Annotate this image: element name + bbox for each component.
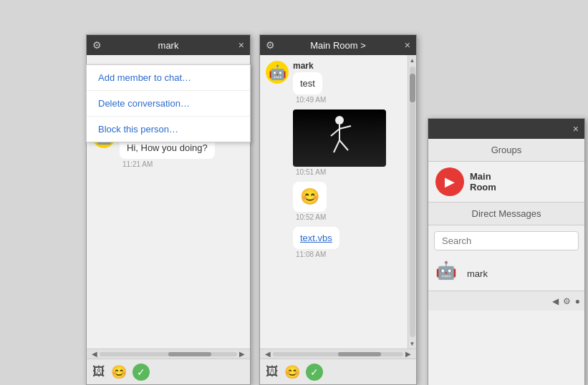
svg-line-2 xyxy=(331,129,339,136)
main-room-messages: 🤖 mark test 10:49 AM xyxy=(260,55,408,349)
scroll-right-arrow[interactable]: ▶ xyxy=(403,350,413,358)
play-button[interactable]: ▶ xyxy=(435,167,464,196)
context-menu: Add member to chat… Delete conversation…… xyxy=(86,64,251,142)
groups-close-icon[interactable]: × xyxy=(573,124,579,134)
message-time: 11:08 AM xyxy=(293,250,402,258)
main-room-send-button[interactable]: ✓ xyxy=(306,364,323,381)
message-time: 10:49 AM xyxy=(293,96,402,104)
dm-username: mark xyxy=(467,268,488,279)
message-content: 😊 10:52 AM xyxy=(293,182,402,221)
svg-line-3 xyxy=(339,126,351,129)
message-content: mark test 10:49 AM xyxy=(293,61,402,104)
scroll-left-arrow[interactable]: ◀ xyxy=(263,350,273,358)
main-room-image-icon[interactable]: 🖼 xyxy=(266,364,279,379)
nav-prev[interactable]: ◀ xyxy=(552,296,559,306)
dm-section: Direct Messages 🤖 mark xyxy=(428,202,584,291)
groups-window: × Groups ▶ Main Room Direct Messages 🤖 m… xyxy=(428,118,585,385)
scroll-down-arrow[interactable]: ▼ xyxy=(408,338,417,349)
close-icon[interactable]: × xyxy=(238,40,244,50)
chat-toolbar: 🖼 😊 ✓ xyxy=(87,359,250,384)
groups-bottom-nav: ◀ ⚙ ● xyxy=(428,291,584,311)
scroll-up-arrow[interactable]: ▲ xyxy=(408,55,417,65)
main-room-scroll-container: 🤖 mark test 10:49 AM xyxy=(260,55,416,349)
scroll-left-arrow[interactable]: ◀ xyxy=(90,350,100,358)
message-time: 11:21 AM xyxy=(120,160,244,168)
avatar: 🤖 xyxy=(266,61,289,84)
add-member-item[interactable]: Add member to chat… xyxy=(87,65,250,91)
main-room-title: Main Room > xyxy=(294,40,382,51)
svg-point-0 xyxy=(335,116,344,125)
message-content: text.vbs 11:08 AM xyxy=(293,227,402,258)
groups-titlebar: × xyxy=(428,119,584,139)
scroll-right-arrow[interactable]: ▶ xyxy=(237,350,247,358)
message-bubble: test xyxy=(293,72,322,94)
main-room-emoji-icon[interactable]: 😊 xyxy=(284,364,300,380)
send-button[interactable]: ✓ xyxy=(132,364,150,381)
message-sender: mark xyxy=(293,61,402,71)
message-time: 10:51 AM xyxy=(293,168,402,176)
mark-window-titlebar: ⚙ mark × xyxy=(87,35,250,55)
scroll-track xyxy=(273,352,403,356)
mark-window-title: mark xyxy=(121,40,216,51)
scroll-thumb xyxy=(168,352,211,356)
main-room-hscroll[interactable]: ◀ ▶ xyxy=(260,349,416,359)
main-room-settings-icon[interactable]: ⚙ xyxy=(266,40,275,50)
image-dancer xyxy=(293,109,386,167)
avatar: 🤖 xyxy=(435,260,461,286)
mark-messages-area: 🤖 mark Hi, How you doing? 11:21 AM xyxy=(87,120,250,349)
main-room-titlebar: ⚙ Main Room > × xyxy=(260,35,416,55)
block-person-item[interactable]: Block this person… xyxy=(87,117,250,142)
main-room-toolbar: 🖼 😊 ✓ xyxy=(260,359,416,384)
image-message xyxy=(293,109,386,167)
message-bubble: 😊 xyxy=(293,182,327,212)
group-name: Main Room xyxy=(470,171,496,192)
emoji-icon[interactable]: 😊 xyxy=(111,364,127,380)
horizontal-scroll[interactable]: ◀ ▶ xyxy=(87,349,250,359)
image-icon[interactable]: 🖼 xyxy=(92,364,105,379)
nav-next[interactable]: ● xyxy=(575,296,580,306)
list-item: 🤖 mark xyxy=(428,256,584,291)
groups-header: Groups xyxy=(428,139,584,162)
list-item: ▶ Main Room xyxy=(428,162,584,202)
settings-icon[interactable]: ⚙ xyxy=(92,40,102,50)
dm-header: Direct Messages xyxy=(428,203,584,225)
table-row: 😊 10:52 AM xyxy=(266,182,402,221)
message-time: 10:52 AM xyxy=(293,213,402,221)
table-row: 10:51 AM xyxy=(266,109,402,176)
delete-conversation-item[interactable]: Delete conversation… xyxy=(87,91,250,117)
svg-line-4 xyxy=(334,140,339,152)
vertical-scrollbar[interactable]: ▲ ▼ xyxy=(408,55,416,349)
vscroll-track xyxy=(410,67,415,337)
vscroll-thumb xyxy=(410,74,415,102)
scroll-track xyxy=(100,352,237,356)
scroll-thumb xyxy=(338,352,381,356)
svg-line-5 xyxy=(339,140,348,150)
table-row: 🤖 mark test 10:49 AM xyxy=(266,61,402,104)
nav-settings[interactable]: ⚙ xyxy=(563,296,571,306)
file-link[interactable]: text.vbs xyxy=(300,233,332,243)
search-input[interactable] xyxy=(434,231,579,250)
table-row: text.vbs 11:08 AM xyxy=(266,227,402,258)
message-content: 10:51 AM xyxy=(293,109,402,176)
main-room-window: ⚙ Main Room > × 🤖 mark test 10:49 AM xyxy=(259,34,417,385)
main-room-close-icon[interactable]: × xyxy=(405,40,410,50)
message-bubble: text.vbs xyxy=(293,227,339,249)
